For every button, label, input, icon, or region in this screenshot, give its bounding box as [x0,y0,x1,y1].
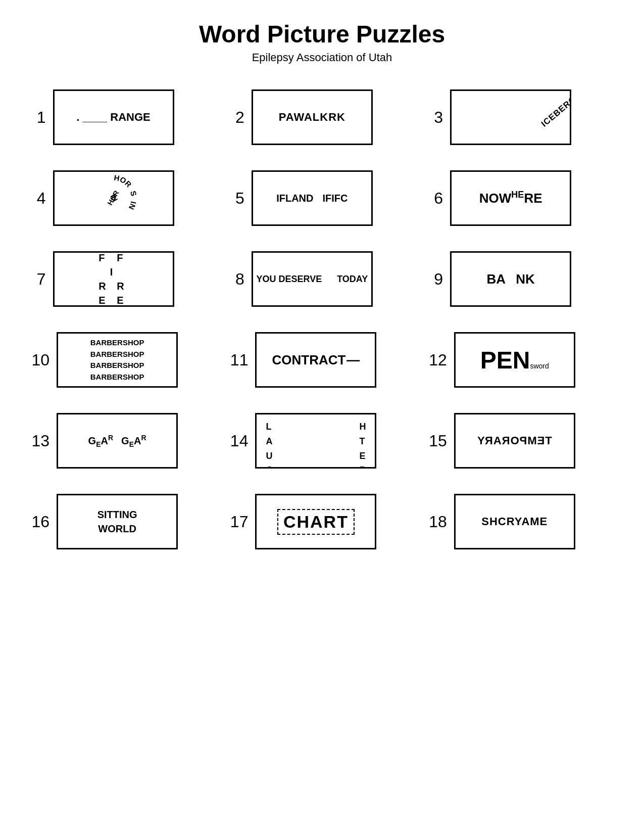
puzzle-16: 16 SITTING WORLD [32,494,215,549]
puzzle-10-content: BARBERSHOP BARBERSHOP BARBERSHOP BARBERS… [90,337,144,383]
puzzle-16-box: SITTING WORLD [57,494,178,549]
p7-f2: F [117,251,124,265]
puzzle-1-box: . ____ RANGE [53,89,174,145]
puzzle-11-box: CONTRACT — [255,332,376,388]
puzzle-7-number: 7 [32,270,46,289]
puzzle-7-content: F F I R R [91,251,135,307]
p7-i: I [110,265,113,279]
puzzle-14-content: L A U G H T E R [257,414,375,467]
puzzle-12-box: PENsword [454,332,575,388]
puzzle-15-number: 15 [429,432,447,450]
p10-line1: BARBERSHOP [90,337,144,349]
p7-e1: E [98,293,106,307]
puzzle-16-content: SITTING WORLD [97,507,137,536]
p1-dot: . [76,111,79,124]
puzzle-1-number: 1 [32,108,46,127]
puzzle-17-content: CHART [277,509,355,535]
puzzle-9-content: BA NK [487,271,535,287]
puzzle-18: 18 SHCRYAME [429,494,612,549]
p11-t: — [346,352,360,368]
p9-ba: BA [487,271,506,287]
puzzle-15: 15 TEMPORARY [429,413,612,469]
p8-you-deserve: YOU DESERVE [256,274,322,285]
puzzle-3-box: ICEBERG [450,89,571,145]
puzzle-15-content: TEMPORARY [477,434,552,447]
puzzle-12-content: PENsword [480,346,549,374]
puzzle-14: 14 L A U G H T E R [230,413,414,469]
p11-contrac: CONTRACT [272,352,345,368]
puzzle-11-number: 11 [230,351,249,369]
puzzle-5-box: IFLAND IFIFC [252,170,373,226]
puzzle-5: 5 IFLAND IFIFC [230,170,414,226]
puzzle-17-box: CHART [255,494,376,549]
p7-e2: E [117,293,124,307]
p12-pen: PEN [480,346,530,374]
puzzle-10-box: BARBERSHOP BARBERSHOP BARBERSHOP BARBERS… [57,332,178,388]
puzzle-9: 9 BA NK [429,251,612,307]
puzzle-6-content: NOWHERE [479,191,542,206]
p16-sitting: SITTING [97,507,137,522]
p12-sword: sword [530,362,549,370]
puzzle-7-box: F F I R R [53,251,174,307]
page-title: Word Picture Puzzles [30,20,614,48]
puzzle-4-box: HOR S IN HOR S IN [53,170,174,226]
p6-he: HE [511,190,524,199]
p5-ifland: IFLAND [276,193,313,204]
p7-r1: R [98,279,106,293]
puzzle-grid: 1 . ____ RANGE 2 PAWALKRK 3 ICEBERG 4 HO… [32,89,613,549]
puzzle-13-number: 13 [32,432,50,450]
p7-f1: F [98,251,106,265]
puzzle-14-number: 14 [230,432,249,450]
p13-gear2: GEAR [121,434,146,448]
p10-line2: BARBERSHOP [90,349,144,360]
puzzle-2-number: 2 [230,108,244,127]
puzzle-7: 7 F F I R [32,251,215,307]
puzzle-9-box: BA NK [450,251,571,307]
puzzle-11: 11 CONTRACT — [230,332,414,388]
puzzle-6-box: NOWHERE [450,170,571,226]
puzzle-15-box: TEMPORARY [454,413,575,469]
puzzle-18-number: 18 [429,513,447,531]
puzzle-18-content: SHCRYAME [481,515,548,528]
puzzle-18-box: SHCRYAME [454,494,575,549]
puzzle-4: 4 HOR S IN HOR S IN [32,170,215,226]
subtitle: Epilepsy Association of Utah [30,51,614,64]
p13-gear1: GEAR [88,434,113,448]
p3-iceberg: ICEBERG [539,94,571,129]
puzzle-8-content: YOU DESERVE TODAY [256,274,368,285]
puzzle-2: 2 PAWALKRK [230,89,414,145]
puzzle-13-content: GEAR GEAR [88,434,146,448]
puzzle-4-number: 4 [32,189,46,208]
puzzle-12: 12 PENsword [429,332,612,388]
puzzle-12-number: 12 [429,351,447,369]
p10-line3: BARBERSHOP [90,360,144,372]
puzzle-3-content: ICEBERG [452,91,570,144]
p5-ififc: IFIFC [322,193,348,204]
puzzle-16-number: 16 [32,513,50,531]
puzzle-11-content: CONTRACT — [272,352,360,368]
p14-laugh: L A U G [266,420,273,469]
p1-range: RANGE [110,111,150,124]
puzzle-1: 1 . ____ RANGE [32,89,215,145]
p16-world: WORLD [97,522,137,536]
p9-nk: NK [516,271,535,287]
p14-hter: H T E R [359,420,366,469]
puzzle-6: 6 NOWHERE [429,170,612,226]
puzzle-8-number: 8 [230,270,244,289]
puzzle-6-number: 6 [429,189,443,208]
puzzle-3: 3 ICEBERG [429,89,612,145]
p10-line4: BARBERSHOP [90,372,144,383]
p8-today: TODAY [337,274,368,285]
puzzle-10-number: 10 [32,351,50,369]
p6-now: NOW [479,191,512,206]
puzzle-8: 8 YOU DESERVE TODAY [230,251,414,307]
p7-r2: R [117,279,124,293]
puzzle-17: 17 CHART [230,494,414,549]
puzzle-8-box: YOU DESERVE TODAY [252,251,373,307]
puzzle-2-box: PAWALKRK [252,89,373,145]
puzzle-17-number: 17 [230,513,249,531]
puzzle-5-number: 5 [230,189,244,208]
puzzle-13-box: GEAR GEAR [57,413,178,469]
puzzle-4-svg: HOR S IN HOR S IN [88,173,139,223]
puzzle-5-content: IFLAND IFIFC [276,193,348,204]
